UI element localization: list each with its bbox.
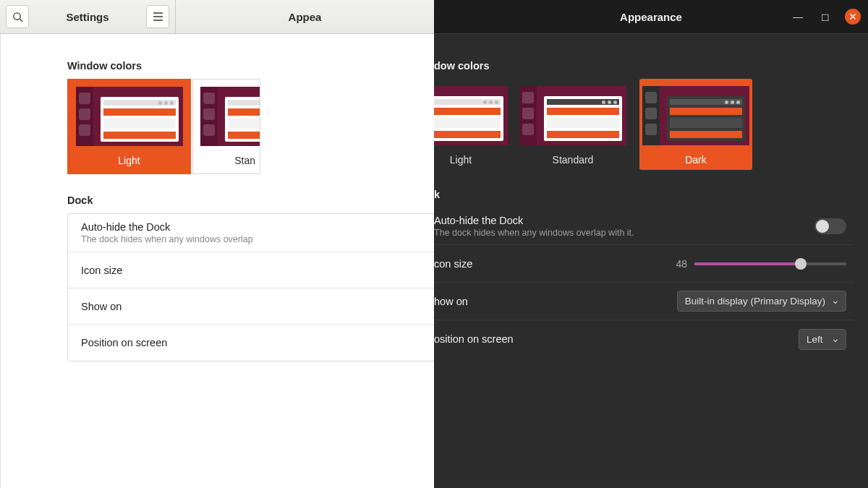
section-dock-title: k bbox=[434, 189, 854, 200]
theme-thumb bbox=[200, 87, 260, 146]
theme-standard[interactable]: Standard bbox=[516, 79, 629, 170]
theme-label: Stan bbox=[193, 150, 260, 174]
main-content-light: Window colors Light bbox=[1, 34, 434, 488]
dock-settings: Auto-hide the Dock The dock hides when a… bbox=[67, 213, 434, 361]
close-icon: ✕ bbox=[848, 11, 857, 22]
autohide-label: Auto-hide the Dock bbox=[434, 215, 634, 226]
hamburger-icon bbox=[153, 12, 163, 21]
dock-row-iconsize: Icon size 48 bbox=[68, 252, 434, 288]
svg-line-1 bbox=[20, 19, 22, 22]
theme-standard[interactable]: Stan bbox=[192, 79, 260, 174]
showon-label: how on bbox=[434, 296, 468, 307]
theme-label: Dark bbox=[639, 150, 752, 170]
settings-window-light: Settings Appea Wi-Fi bbox=[0, 0, 434, 488]
svg-point-0 bbox=[13, 12, 20, 19]
theme-row-dark: Light Standard Dark bbox=[434, 79, 854, 170]
theme-row-light: Light Stan bbox=[67, 79, 434, 174]
dock-row-position: Position on screen bbox=[68, 325, 434, 361]
menu-button[interactable] bbox=[146, 5, 169, 28]
page-title: Appea bbox=[289, 11, 322, 23]
app-title: Settings bbox=[66, 11, 109, 23]
iconsize-label: con size bbox=[434, 258, 472, 270]
page-title: Appearance bbox=[620, 11, 682, 23]
theme-dark[interactable]: Dark bbox=[639, 79, 752, 170]
autohide-label: Auto-hide the Dock bbox=[81, 221, 253, 233]
theme-light[interactable]: Light bbox=[67, 79, 191, 174]
dock-row-autohide: Auto-hide the Dock The dock hides when a… bbox=[68, 214, 434, 252]
settings-window-dark: Appearance ― ◻ ✕ dow colors Light bbox=[434, 0, 868, 488]
theme-light[interactable]: Light bbox=[434, 79, 506, 170]
dock-settings: Auto-hide the Dock The dock hides when a… bbox=[434, 207, 854, 358]
page-header: Appea bbox=[176, 0, 434, 34]
dark-header: Appearance ― ◻ ✕ bbox=[434, 0, 868, 34]
close-button[interactable]: ✕ bbox=[845, 9, 861, 25]
search-button[interactable] bbox=[6, 5, 29, 28]
showon-select[interactable]: Built-in display (Primary Display) bbox=[677, 291, 846, 312]
search-icon bbox=[12, 12, 23, 22]
main-content-dark: dow colors Light Standard bbox=[434, 34, 868, 358]
showon-label: Show on bbox=[81, 301, 122, 312]
iconsize-value: 48 bbox=[676, 258, 687, 270]
dock-row-showon: how on Built-in display (Primary Display… bbox=[434, 283, 854, 320]
theme-thumb bbox=[519, 86, 626, 145]
theme-thumb bbox=[642, 86, 749, 145]
position-select[interactable]: Left bbox=[799, 329, 846, 350]
theme-label: Light bbox=[68, 150, 190, 174]
iconsize-slider[interactable] bbox=[694, 262, 846, 265]
dock-row-position: osition on screen Left bbox=[434, 320, 854, 358]
section-window-colors-title: dow colors bbox=[434, 60, 854, 72]
section-dock-title: Dock bbox=[67, 194, 434, 206]
section-window-colors-title: Window colors bbox=[67, 60, 434, 72]
position-label: Position on screen bbox=[81, 337, 167, 348]
maximize-icon: ◻ bbox=[821, 11, 830, 22]
theme-label: Standard bbox=[516, 150, 629, 170]
minimize-button[interactable]: ― bbox=[790, 9, 806, 25]
theme-thumb bbox=[76, 87, 183, 146]
dock-row-showon: Show on bbox=[68, 288, 434, 325]
theme-thumb bbox=[434, 86, 508, 145]
dock-row-autohide: Auto-hide the Dock The dock hides when a… bbox=[434, 207, 854, 245]
iconsize-label: Icon size bbox=[81, 265, 122, 276]
minimize-icon: ― bbox=[793, 11, 803, 22]
maximize-button[interactable]: ◻ bbox=[817, 9, 833, 25]
sidebar-header: Settings bbox=[0, 0, 176, 34]
autohide-sub: The dock hides when any windows overlap … bbox=[434, 228, 634, 238]
theme-label: Light bbox=[434, 150, 506, 170]
autohide-sub: The dock hides when any windows overlap bbox=[81, 234, 253, 244]
dock-row-iconsize: con size 48 bbox=[434, 245, 854, 283]
autohide-toggle[interactable] bbox=[814, 218, 846, 234]
position-label: osition on screen bbox=[434, 333, 514, 345]
